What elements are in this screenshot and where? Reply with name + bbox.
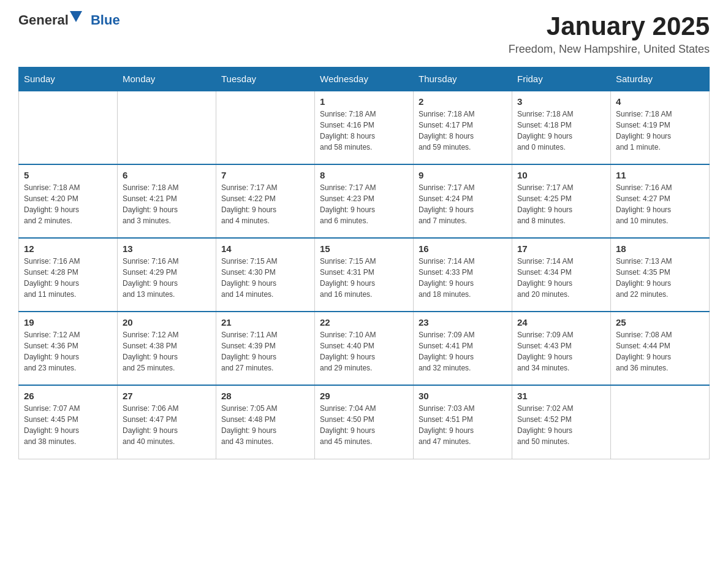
calendar-cell: 1Sunrise: 7:18 AM Sunset: 4:16 PM Daylig…: [315, 91, 414, 164]
calendar-cell: 6Sunrise: 7:18 AM Sunset: 4:21 PM Daylig…: [118, 164, 216, 238]
day-header-sunday: Sunday: [19, 67, 118, 91]
calendar-cell: [611, 385, 710, 459]
day-info: Sunrise: 7:08 AM Sunset: 4:44 PM Dayligh…: [616, 329, 704, 373]
day-number: 27: [123, 391, 211, 401]
day-number: 26: [24, 391, 112, 401]
day-number: 15: [320, 243, 408, 254]
day-number: 18: [616, 243, 704, 254]
day-info: Sunrise: 7:17 AM Sunset: 4:23 PM Dayligh…: [320, 182, 408, 226]
day-info: Sunrise: 7:17 AM Sunset: 4:25 PM Dayligh…: [517, 182, 605, 226]
day-info: Sunrise: 7:12 AM Sunset: 4:38 PM Dayligh…: [123, 329, 211, 373]
day-number: 9: [419, 170, 507, 180]
calendar-cell: 15Sunrise: 7:15 AM Sunset: 4:31 PM Dayli…: [315, 238, 414, 312]
day-info: Sunrise: 7:10 AM Sunset: 4:40 PM Dayligh…: [320, 329, 408, 373]
calendar-cell: [118, 91, 216, 164]
logo-general: General: [18, 12, 69, 28]
calendar-cell: 27Sunrise: 7:06 AM Sunset: 4:47 PM Dayli…: [118, 385, 216, 459]
calendar-cell: 3Sunrise: 7:18 AM Sunset: 4:18 PM Daylig…: [512, 91, 611, 164]
day-info: Sunrise: 7:16 AM Sunset: 4:28 PM Dayligh…: [24, 256, 112, 300]
day-number: 29: [320, 391, 408, 401]
day-info: Sunrise: 7:09 AM Sunset: 4:41 PM Dayligh…: [419, 329, 507, 373]
day-header-friday: Friday: [512, 67, 611, 91]
day-info: Sunrise: 7:15 AM Sunset: 4:30 PM Dayligh…: [221, 256, 309, 300]
calendar-cell: [216, 91, 315, 164]
day-number: 28: [221, 391, 309, 401]
day-number: 10: [517, 170, 605, 180]
day-number: 13: [123, 243, 211, 254]
calendar-cell: 13Sunrise: 7:16 AM Sunset: 4:29 PM Dayli…: [118, 238, 216, 312]
day-header-tuesday: Tuesday: [216, 67, 315, 91]
calendar-cell: 31Sunrise: 7:02 AM Sunset: 4:52 PM Dayli…: [512, 385, 611, 459]
calendar-cell: 5Sunrise: 7:18 AM Sunset: 4:20 PM Daylig…: [19, 164, 118, 238]
calendar-cell: 2Sunrise: 7:18 AM Sunset: 4:17 PM Daylig…: [414, 91, 512, 164]
day-number: 17: [517, 243, 605, 254]
page-title: January 2025: [509, 12, 710, 40]
logo: General Blue: [18, 12, 120, 28]
calendar-cell: 11Sunrise: 7:16 AM Sunset: 4:27 PM Dayli…: [611, 164, 710, 238]
logo-triangle-icon: [70, 11, 82, 22]
calendar-cell: 29Sunrise: 7:04 AM Sunset: 4:50 PM Dayli…: [315, 385, 414, 459]
calendar-cell: 30Sunrise: 7:03 AM Sunset: 4:51 PM Dayli…: [414, 385, 512, 459]
day-info: Sunrise: 7:13 AM Sunset: 4:35 PM Dayligh…: [616, 256, 704, 300]
calendar-cell: 19Sunrise: 7:12 AM Sunset: 4:36 PM Dayli…: [19, 312, 118, 385]
day-info: Sunrise: 7:17 AM Sunset: 4:24 PM Dayligh…: [419, 182, 507, 226]
day-number: 24: [517, 317, 605, 327]
calendar-cell: 10Sunrise: 7:17 AM Sunset: 4:25 PM Dayli…: [512, 164, 611, 238]
calendar-cell: 24Sunrise: 7:09 AM Sunset: 4:43 PM Dayli…: [512, 312, 611, 385]
calendar-cell: 12Sunrise: 7:16 AM Sunset: 4:28 PM Dayli…: [19, 238, 118, 312]
calendar-cell: 4Sunrise: 7:18 AM Sunset: 4:19 PM Daylig…: [611, 91, 710, 164]
subtitle: Freedom, New Hampshire, United States: [509, 43, 710, 56]
day-header-thursday: Thursday: [414, 67, 512, 91]
day-info: Sunrise: 7:07 AM Sunset: 4:45 PM Dayligh…: [24, 403, 112, 447]
day-number: 5: [24, 170, 112, 180]
calendar-header: SundayMondayTuesdayWednesdayThursdayFrid…: [19, 67, 710, 91]
day-info: Sunrise: 7:11 AM Sunset: 4:39 PM Dayligh…: [221, 329, 309, 373]
day-info: Sunrise: 7:05 AM Sunset: 4:48 PM Dayligh…: [221, 403, 309, 447]
day-number: 4: [616, 96, 704, 107]
day-number: 31: [517, 391, 605, 401]
day-info: Sunrise: 7:15 AM Sunset: 4:31 PM Dayligh…: [320, 256, 408, 300]
calendar-cell: 9Sunrise: 7:17 AM Sunset: 4:24 PM Daylig…: [414, 164, 512, 238]
day-info: Sunrise: 7:12 AM Sunset: 4:36 PM Dayligh…: [24, 329, 112, 373]
calendar-cell: [19, 91, 118, 164]
day-header-saturday: Saturday: [611, 67, 710, 91]
day-number: 2: [419, 96, 507, 107]
calendar-cell: 20Sunrise: 7:12 AM Sunset: 4:38 PM Dayli…: [118, 312, 216, 385]
calendar-week-2: 5Sunrise: 7:18 AM Sunset: 4:20 PM Daylig…: [19, 164, 710, 238]
day-number: 19: [24, 317, 112, 327]
day-info: Sunrise: 7:17 AM Sunset: 4:22 PM Dayligh…: [221, 182, 309, 226]
day-number: 6: [123, 170, 211, 180]
calendar-week-4: 19Sunrise: 7:12 AM Sunset: 4:36 PM Dayli…: [19, 312, 710, 385]
calendar-cell: 16Sunrise: 7:14 AM Sunset: 4:33 PM Dayli…: [414, 238, 512, 312]
day-number: 22: [320, 317, 408, 327]
title-area: January 2025 Freedom, New Hampshire, Uni…: [509, 12, 710, 56]
day-number: 1: [320, 96, 408, 107]
day-info: Sunrise: 7:18 AM Sunset: 4:18 PM Dayligh…: [517, 109, 605, 153]
day-info: Sunrise: 7:02 AM Sunset: 4:52 PM Dayligh…: [517, 403, 605, 447]
day-info: Sunrise: 7:16 AM Sunset: 4:27 PM Dayligh…: [616, 182, 704, 226]
calendar-cell: 25Sunrise: 7:08 AM Sunset: 4:44 PM Dayli…: [611, 312, 710, 385]
day-number: 8: [320, 170, 408, 180]
calendar-cell: 22Sunrise: 7:10 AM Sunset: 4:40 PM Dayli…: [315, 312, 414, 385]
calendar-cell: 7Sunrise: 7:17 AM Sunset: 4:22 PM Daylig…: [216, 164, 315, 238]
day-number: 25: [616, 317, 704, 327]
day-number: 21: [221, 317, 309, 327]
calendar-body: 1Sunrise: 7:18 AM Sunset: 4:16 PM Daylig…: [19, 91, 710, 459]
day-info: Sunrise: 7:18 AM Sunset: 4:16 PM Dayligh…: [320, 109, 408, 153]
day-info: Sunrise: 7:14 AM Sunset: 4:33 PM Dayligh…: [419, 256, 507, 300]
day-number: 14: [221, 243, 309, 254]
day-number: 30: [419, 391, 507, 401]
calendar-cell: 23Sunrise: 7:09 AM Sunset: 4:41 PM Dayli…: [414, 312, 512, 385]
day-info: Sunrise: 7:04 AM Sunset: 4:50 PM Dayligh…: [320, 403, 408, 447]
day-info: Sunrise: 7:03 AM Sunset: 4:51 PM Dayligh…: [419, 403, 507, 447]
calendar-week-1: 1Sunrise: 7:18 AM Sunset: 4:16 PM Daylig…: [19, 91, 710, 164]
svg-marker-0: [70, 11, 82, 22]
day-number: 12: [24, 243, 112, 254]
day-header-monday: Monday: [118, 67, 216, 91]
header: General Blue January 2025 Freedom, New H…: [18, 12, 710, 56]
calendar-table: SundayMondayTuesdayWednesdayThursdayFrid…: [18, 67, 710, 459]
calendar-cell: 26Sunrise: 7:07 AM Sunset: 4:45 PM Dayli…: [19, 385, 118, 459]
calendar-cell: 14Sunrise: 7:15 AM Sunset: 4:30 PM Dayli…: [216, 238, 315, 312]
day-number: 7: [221, 170, 309, 180]
day-header-wednesday: Wednesday: [315, 67, 414, 91]
